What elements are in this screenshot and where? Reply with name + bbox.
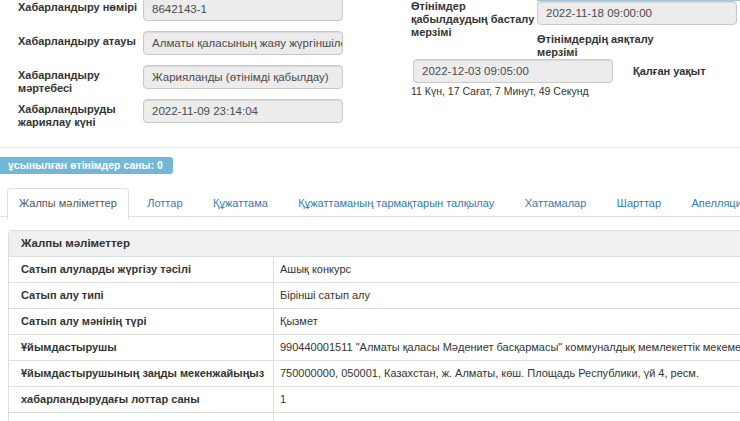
row-label: Сатып алу сомасы — [9, 413, 274, 421]
form-row: Хабарландыру мәртебесі Жарияланды (өтіні… — [18, 65, 348, 91]
row-value: 1 — [274, 387, 740, 413]
tab-item[interactable]: Лоттар — [135, 188, 194, 218]
table-row: Сатып алу типі Бірінші сатып алу — [9, 283, 740, 309]
field-label: Хабарландыруды жариялау күні — [18, 103, 138, 129]
field-input[interactable]: Жарияланды (өтінімді қабылдау) — [143, 65, 343, 89]
row-value: 750000000, 050001, Казахстан, ж. Алматы,… — [274, 361, 740, 387]
tab-item[interactable]: Шарттар — [605, 188, 673, 218]
form-row: Хабарландыру нөмірі 8642143-1 — [18, 0, 348, 23]
tab-item[interactable]: Құжаттаманың тармақтарын талқылау — [286, 188, 506, 218]
general-info-panel: Жалпы мәліметтер Сатып алуларды жүргізу … — [8, 230, 740, 421]
form-row: Хабарландыруды жариялау күні 2022-11-09 … — [18, 99, 348, 125]
table-row: Ұйымдастырушы 990440001511 "Алматы қалас… — [9, 335, 740, 361]
field-input[interactable]: Алматы қаласының жаяу жүргіншілер ке — [143, 31, 343, 55]
panel-title: Жалпы мәліметтер — [9, 231, 740, 257]
applications-start-input[interactable]: 2022-11-18 09:00:00 — [537, 1, 737, 25]
row-label: Сатып алу мәнінің түрі — [9, 309, 274, 335]
table-row: Сатып алу мәнінің түрі Қызмет — [9, 309, 740, 335]
row-label: Ұйымдастырушының заңды мекенжайыңыз — [9, 361, 274, 387]
remaining-time-countdown: 11 Күн, 17 Сағат, 7 Минут, 49 Секунд — [411, 85, 589, 97]
submitted-applications-badge: ұсынылған өтінімдер саны: 0 — [0, 157, 173, 174]
row-value: 60 000 000.00 — [274, 413, 740, 421]
applications-end-input[interactable]: 2022-12-03 09:05:00 — [413, 59, 613, 83]
row-value: Қызмет — [274, 309, 740, 335]
field-input[interactable]: 8642143-1 — [143, 0, 343, 21]
row-label: Ұйымдастырушы — [9, 335, 274, 361]
tab-item[interactable]: Жалпы мәліметтер — [7, 188, 129, 220]
details-table: Сатып алуларды жүргізу тәсілі Ашық конку… — [9, 257, 740, 421]
tab-item[interactable]: Құжаттама — [201, 188, 280, 218]
row-label: хабарландырудағы лоттар саны — [9, 387, 274, 413]
row-label: Сатып алу типі — [9, 283, 274, 309]
announcement-tabs: Жалпы мәліметтер Лоттар Құжаттама Құжатт… — [0, 188, 740, 217]
row-value: 990440001511 "Алматы қаласы Мәдениет бас… — [274, 335, 740, 361]
table-row: Сатып алу сомасы 60 000 000.00 — [9, 413, 740, 421]
field-label: Хабарландыру атауы — [18, 35, 138, 48]
remaining-time-label: Қалған уақыт — [633, 65, 733, 78]
field-label: Хабарландыру мәртебесі — [18, 69, 138, 95]
section-divider — [0, 147, 740, 148]
field-input[interactable]: 2022-11-09 23:14:04 — [143, 99, 343, 123]
row-value: Ашық конкурс — [274, 257, 740, 283]
applications-end-label: Өтінімдердің аяқталу мерзімі — [537, 33, 707, 59]
tab-item[interactable]: Хаттамалар — [513, 188, 599, 218]
announcement-form: Хабарландыру нөмірі 8642143-1 Хабарланды… — [0, 0, 740, 147]
table-row: Ұйымдастырушының заңды мекенжайыңыз 7500… — [9, 361, 740, 387]
table-row: Сатып алуларды жүргізу тәсілі Ашық конку… — [9, 257, 740, 283]
field-label: Хабарландыру нөмірі — [18, 1, 138, 14]
row-label: Сатып алуларды жүргізу тәсілі — [9, 257, 274, 283]
tab-item[interactable]: Апелляции — [680, 188, 740, 218]
table-row: хабарландырудағы лоттар саны 1 — [9, 387, 740, 413]
row-value: Бірінші сатып алу — [274, 283, 740, 309]
form-row: Хабарландыру атауы Алматы қаласының жаяу… — [18, 31, 348, 57]
